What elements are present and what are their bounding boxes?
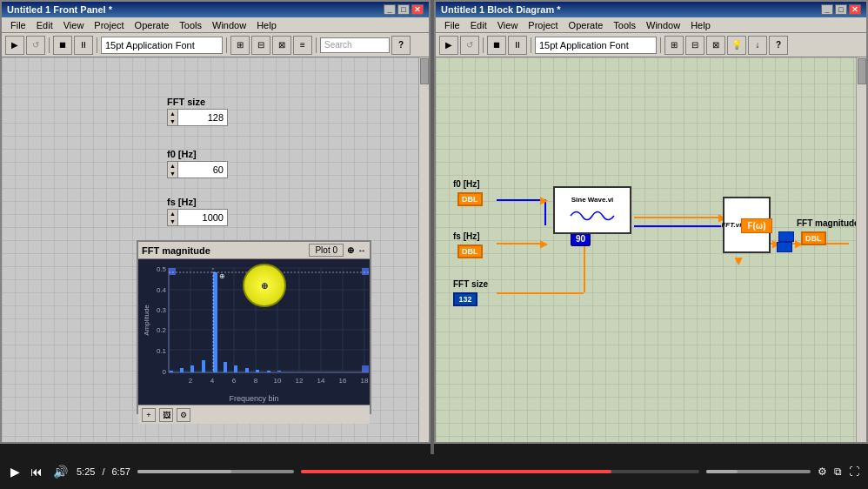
minimize-button[interactable]: _: [384, 4, 396, 15]
bd-run-btn[interactable]: ↺: [460, 36, 479, 55]
search-box[interactable]: Search: [320, 37, 390, 53]
bd-step-btn[interactable]: ↓: [748, 36, 767, 55]
bd-minimize-button[interactable]: _: [821, 4, 833, 15]
chart-img-btn[interactable]: 🖼: [159, 408, 173, 422]
bd-scrollbar[interactable]: [856, 57, 866, 442]
fft-size-bd-ctrl[interactable]: 132: [453, 292, 477, 306]
bd-menu-help[interactable]: Help: [685, 19, 716, 31]
video-progress-fill: [301, 470, 611, 473]
stop-btn[interactable]: ⏹: [53, 36, 72, 55]
help-btn[interactable]: ?: [391, 36, 411, 55]
bd-help-btn[interactable]: ?: [769, 36, 788, 55]
video-progress-bar[interactable]: [301, 470, 699, 473]
chart-settings-btn[interactable]: ⚙: [177, 408, 190, 422]
menu-operate[interactable]: Operate: [130, 19, 175, 31]
bd-maximize-button[interactable]: □: [835, 4, 847, 15]
run-btn[interactable]: ↺: [26, 36, 45, 55]
reorder-btn[interactable]: ≡: [293, 36, 312, 55]
fft-size-down[interactable]: ▼: [168, 117, 177, 125]
video-pip-icon[interactable]: ⧉: [834, 466, 842, 478]
menu-help[interactable]: Help: [251, 19, 282, 31]
bd-scrollbar-thumb[interactable]: [858, 58, 866, 84]
menu-edit[interactable]: Edit: [31, 19, 58, 31]
video-progress-right[interactable]: [706, 470, 811, 473]
menu-tools[interactable]: Tools: [174, 19, 207, 31]
svg-rect-46: [362, 365, 369, 372]
fs-hz-control[interactable]: ▲ ▼ 1000: [167, 209, 228, 226]
video-progress-left[interactable]: [137, 470, 294, 473]
chart-scroll-btn[interactable]: ↔: [357, 245, 366, 255]
menu-window[interactable]: Window: [207, 19, 251, 31]
menu-view[interactable]: View: [58, 19, 90, 31]
chart-zoom-btn[interactable]: ⊕: [347, 245, 354, 255]
bd-toolbar-sep-2: [531, 37, 531, 53]
menu-file[interactable]: File: [5, 19, 31, 31]
fft-size-group: FFT size ▲ ▼ 128: [167, 97, 228, 126]
fs-hz-arrows[interactable]: ▲ ▼: [168, 210, 178, 225]
bd-menu-file[interactable]: File: [439, 19, 465, 31]
wire-blue-1: [634, 225, 721, 227]
front-panel-scrollbar[interactable]: [418, 57, 429, 442]
x-axis-label: Frequency bin: [138, 394, 370, 405]
bd-menu-edit[interactable]: Edit: [465, 19, 492, 31]
bd-close-button[interactable]: ✕: [849, 4, 861, 15]
sine-wave-vi-label: Sine Wave.vi: [570, 194, 616, 205]
fft-size-control[interactable]: ▲ ▼ 128: [167, 109, 228, 126]
video-skip-start-btn[interactable]: ⏮: [29, 463, 44, 480]
run-arrow-btn[interactable]: ▶: [5, 36, 24, 55]
bd-font-selector[interactable]: 15pt Application Font: [535, 37, 657, 54]
bd-pause-btn[interactable]: ⏸: [508, 36, 527, 55]
shift-register: [777, 231, 794, 252]
bd-run-arrow-btn[interactable]: ▶: [439, 36, 458, 55]
bd-menu-window[interactable]: Window: [641, 19, 685, 31]
bd-distribute-btn[interactable]: ⊟: [685, 36, 704, 55]
bd-menu-project[interactable]: Project: [523, 19, 563, 31]
fs-hz-up[interactable]: ▲: [168, 210, 177, 218]
f0-hz-control[interactable]: ▲ ▼ 60: [167, 161, 228, 178]
bd-menu-bar: File Edit View Project Operate Tools Win…: [436, 17, 866, 33]
font-selector[interactable]: 15pt Application Font: [101, 37, 223, 54]
distribute-btn[interactable]: ⊟: [251, 36, 270, 55]
fs-hz-value: 1000: [178, 212, 227, 223]
bd-highlight-btn[interactable]: 💡: [727, 36, 746, 55]
bd-menu-tools[interactable]: Tools: [608, 19, 641, 31]
svg-text:2: 2: [189, 377, 193, 385]
video-settings-icon[interactable]: ⚙: [818, 466, 827, 478]
panels-row: Untitled 1 Front Panel * _ □ ✕ File Edit…: [0, 0, 868, 454]
chart-title-bar: FFT magnitude Plot 0 ⊕ ↔: [138, 242, 370, 259]
svg-rect-45: [362, 268, 369, 275]
menu-project[interactable]: Project: [89, 19, 129, 31]
video-volume-btn[interactable]: 🔊: [51, 463, 70, 480]
align-btn[interactable]: ⊞: [230, 36, 250, 55]
fs-ctrl[interactable]: DBL: [457, 244, 483, 258]
resize-btn[interactable]: ⊠: [272, 36, 291, 55]
svg-text:18: 18: [361, 377, 369, 385]
maximize-button[interactable]: □: [397, 4, 410, 15]
chart-add-btn[interactable]: +: [142, 408, 156, 422]
plot-btn[interactable]: Plot 0: [309, 244, 344, 257]
f0-ctrl[interactable]: DBL: [457, 192, 483, 206]
bd-menu-view[interactable]: View: [492, 19, 524, 31]
svg-rect-36: [202, 360, 205, 372]
fs-hz-down[interactable]: ▼: [168, 218, 177, 225]
bd-stop-btn[interactable]: ⏹: [487, 36, 506, 55]
fft-size-up[interactable]: ▲: [168, 110, 177, 117]
block-diagram: Untitled 1 Block Diagram * _ □ ✕ File Ed…: [434, 0, 868, 444]
close-button[interactable]: ✕: [411, 4, 424, 15]
fft-size-arrows[interactable]: ▲ ▼: [168, 110, 178, 125]
svg-text:4: 4: [210, 377, 215, 385]
video-play-btn[interactable]: ▶: [9, 463, 22, 480]
wire-fftsize-fft: [497, 292, 584, 294]
f0-hz-up[interactable]: ▲: [168, 162, 177, 170]
f0-hz-down[interactable]: ▼: [168, 170, 177, 178]
f0-hz-arrows[interactable]: ▲ ▼: [168, 162, 178, 178]
video-fullscreen-icon[interactable]: ⛶: [849, 466, 859, 478]
bd-align-btn[interactable]: ⊞: [664, 36, 684, 55]
sine-wave-vi[interactable]: Sine Wave.vi: [553, 186, 631, 234]
pause-btn[interactable]: ⏸: [74, 36, 93, 55]
front-panel: Untitled 1 Front Panel * _ □ ✕ File Edit…: [0, 0, 431, 444]
fft-vi-block[interactable]: FFT.vi F(ω): [723, 197, 771, 253]
bd-resize-btn[interactable]: ⊠: [706, 36, 725, 55]
bd-menu-operate[interactable]: Operate: [564, 19, 609, 31]
scrollbar-thumb[interactable]: [420, 58, 429, 84]
